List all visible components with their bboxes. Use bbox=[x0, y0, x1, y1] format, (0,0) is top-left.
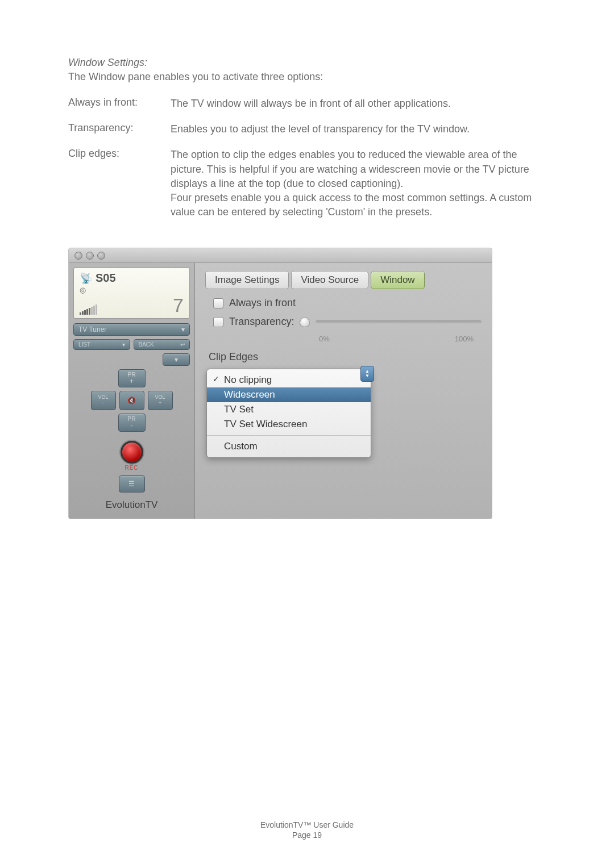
record-button[interactable]: REC bbox=[121, 441, 143, 471]
slider-thumb[interactable] bbox=[300, 317, 310, 327]
option-desc: The option to clip the edges enables you… bbox=[171, 148, 546, 219]
back-button[interactable]: BACK ↩ bbox=[134, 339, 190, 350]
dropdown-item-tv-set[interactable]: TV Set bbox=[207, 402, 371, 417]
list-button[interactable]: LIST ▾ bbox=[73, 339, 130, 350]
plus-icon: + bbox=[159, 400, 161, 406]
option-desc: Enables you to adjust the level of trans… bbox=[171, 122, 470, 136]
chevron-down-icon: ▾ bbox=[181, 326, 185, 333]
speaker-mute-icon: 🔇 bbox=[127, 397, 136, 404]
option-label: Transparency: bbox=[68, 122, 171, 136]
remote-sidebar: 📡 S05 ◎ bbox=[69, 263, 195, 519]
channel-down-button[interactable]: PR - bbox=[118, 414, 146, 432]
record-circle-icon bbox=[121, 441, 143, 464]
always-in-front-checkbox[interactable] bbox=[213, 298, 223, 308]
minus-icon: - bbox=[102, 400, 104, 406]
list-icon: ☰ bbox=[128, 480, 135, 488]
footer-page-number: 19 bbox=[313, 831, 322, 840]
always-in-front-label: Always in front bbox=[229, 297, 296, 309]
channel-up-button[interactable]: PR + bbox=[118, 369, 146, 387]
dd-label: Custom bbox=[224, 441, 258, 452]
chevron-down-icon: ▾ bbox=[175, 356, 178, 364]
transparency-checkbox[interactable] bbox=[213, 317, 223, 327]
tv-tuner-dropdown[interactable]: TV Tuner ▾ bbox=[73, 323, 190, 336]
slider-min-label: 0% bbox=[319, 335, 330, 343]
dd-label: Widescreen bbox=[224, 389, 275, 400]
tab-video-source[interactable]: Video Source bbox=[291, 271, 368, 289]
checkmark-icon: ✓ bbox=[213, 374, 219, 383]
list-label: LIST bbox=[78, 341, 90, 348]
mute-button[interactable]: 🔇 bbox=[119, 391, 144, 410]
dropdown-divider bbox=[207, 435, 371, 436]
tab-window[interactable]: Window bbox=[371, 271, 424, 289]
option-label: Clip edges: bbox=[68, 148, 171, 219]
transparency-slider[interactable] bbox=[316, 320, 482, 324]
volume-up-button[interactable]: VOL + bbox=[148, 391, 173, 410]
clip-edges-heading: Clip Edges bbox=[209, 351, 482, 363]
dd-label: No clipping bbox=[224, 374, 272, 385]
tab-image-settings[interactable]: Image Settings bbox=[205, 271, 289, 289]
dropdown-button[interactable]: ▾ bbox=[163, 353, 190, 366]
slider-max-label: 100% bbox=[455, 335, 474, 343]
page-footer: EvolutionTV™ User Guide Page 19 bbox=[0, 820, 614, 840]
dropdown-item-tv-set-widescreen[interactable]: TV Set Widescreen bbox=[207, 417, 371, 432]
footer-page-label: Page bbox=[292, 831, 313, 840]
channel-name: S05 bbox=[96, 272, 116, 285]
section-title: Window Settings: bbox=[68, 57, 546, 69]
option-desc: The TV window will always be in front of… bbox=[171, 97, 451, 111]
footer-title: EvolutionTV™ User Guide bbox=[0, 820, 614, 829]
dropdown-item-custom[interactable]: Custom bbox=[207, 439, 371, 454]
option-transparency: Transparency: Enables you to adjust the … bbox=[68, 122, 546, 136]
brand-label: EvolutionTV bbox=[106, 499, 158, 511]
channel-number: 7 bbox=[173, 295, 184, 315]
return-icon: ↩ bbox=[180, 341, 185, 348]
channel-display: 📡 S05 ◎ bbox=[73, 268, 190, 319]
stereo-icon: ◎ bbox=[80, 286, 86, 294]
zoom-traffic-light[interactable] bbox=[97, 252, 105, 260]
dropdown-item-no-clipping[interactable]: ✓ No clipping bbox=[207, 373, 371, 387]
dd-label: TV Set bbox=[224, 404, 254, 415]
dropdown-item-widescreen[interactable]: Widescreen bbox=[207, 387, 371, 402]
minus-icon: - bbox=[131, 422, 133, 429]
option-always-in-front: Always in front: The TV window will alwa… bbox=[68, 97, 546, 111]
rec-label: REC bbox=[125, 465, 138, 471]
recordings-list-button[interactable]: ☰ bbox=[119, 475, 145, 493]
plus-icon: + bbox=[130, 378, 134, 385]
app-window-screenshot: 📡 S05 ◎ bbox=[68, 248, 492, 519]
intro-text: The Window pane enables you to activate … bbox=[68, 71, 546, 83]
tv-tuner-label: TV Tuner bbox=[78, 326, 106, 333]
settings-pane: Image Settings Video Source Window Alway… bbox=[195, 263, 492, 519]
signal-bars-icon bbox=[80, 304, 97, 315]
close-traffic-light[interactable] bbox=[74, 252, 82, 260]
option-clip-edges: Clip edges: The option to clip the edges… bbox=[68, 148, 546, 219]
antenna-icon: 📡 bbox=[80, 272, 92, 285]
titlebar bbox=[69, 248, 492, 263]
dd-label: TV Set Widescreen bbox=[224, 419, 307, 429]
chevron-down-icon: ▾ bbox=[122, 341, 125, 348]
clip-edges-dropdown[interactable]: ▲▼ ✓ No clipping Widescreen TV Set TV Se… bbox=[206, 369, 371, 458]
option-label: Always in front: bbox=[68, 97, 171, 111]
transparency-label: Transparency: bbox=[229, 316, 294, 328]
back-label: BACK bbox=[139, 341, 154, 348]
minimize-traffic-light[interactable] bbox=[86, 252, 94, 260]
tabs-row: Image Settings Video Source Window bbox=[205, 271, 482, 289]
volume-down-button[interactable]: VOL - bbox=[91, 391, 116, 410]
